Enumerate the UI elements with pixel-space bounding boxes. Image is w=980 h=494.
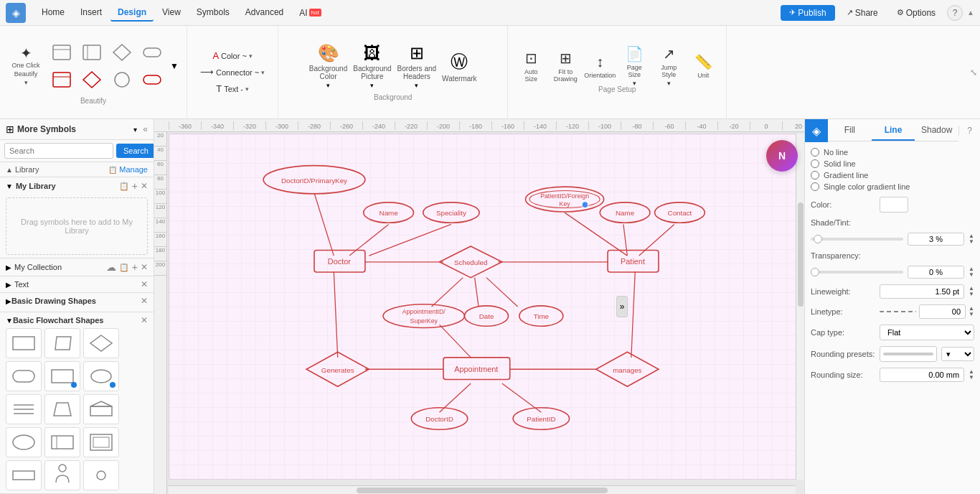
basic-drawing-close-icon[interactable]: ✕ [141, 296, 148, 306]
library-collapse-icon[interactable]: ▲ [6, 166, 13, 174]
collection-add-icon[interactable]: + [132, 261, 138, 273]
basic-drawing-collapse-icon[interactable]: ▶ [6, 297, 11, 305]
collection-close-icon[interactable]: ✕ [141, 262, 148, 272]
vertical-scrollbar[interactable] [796, 134, 804, 480]
shape-rounded-rect[interactable] [6, 361, 42, 391]
shape-alt-lines[interactable] [44, 427, 80, 457]
gradient-line-option[interactable]: Gradient line [811, 171, 974, 180]
bg-color-button[interactable]: 🎨 BackgroundColor ▾ [309, 43, 347, 89]
shape-ellipse-with-dot[interactable] [83, 361, 119, 391]
tab-shadow[interactable]: Shadow [915, 121, 958, 141]
shape-trapezoid[interactable] [44, 394, 80, 424]
symbols-dropdown-arrow[interactable]: ▾ [133, 126, 137, 134]
panel-help-button[interactable]: ? [958, 126, 980, 136]
my-library-edit-icon[interactable]: 📋 [119, 182, 129, 191]
no-line-option[interactable]: No line [811, 148, 974, 157]
bg-picture-button[interactable]: 🖼 BackgroundPicture ▾ [353, 43, 391, 89]
collapse-left-icon[interactable]: « [143, 124, 148, 134]
cap-type-select[interactable]: Flat Round Square [880, 325, 974, 340]
my-library-add-icon[interactable]: + [132, 180, 138, 192]
my-library-collapse-icon[interactable]: ▼ [6, 182, 13, 190]
basic-flowchart-collapse-icon[interactable]: ▼ [6, 317, 13, 325]
beautify-shape-5[interactable] [47, 67, 76, 93]
basic-flowchart-close-icon[interactable]: ✕ [141, 315, 148, 325]
search-input[interactable] [4, 143, 113, 159]
shape-lines[interactable] [6, 394, 42, 424]
beautify-shape-7[interactable] [108, 67, 136, 93]
beautify-chevron[interactable]: ▼ [169, 39, 179, 93]
shape-rect-with-dot[interactable] [44, 361, 80, 391]
watermark-button[interactable]: Ⓦ Watermark [442, 50, 477, 83]
unit-button[interactable]: 📏 Unit [687, 51, 719, 81]
menu-advanced[interactable]: Advanced [238, 4, 291, 22]
options-button[interactable]: ⚙ Options [890, 5, 943, 21]
shade-tint-down[interactable]: ▼ [969, 239, 974, 245]
collection-cloud-icon[interactable]: ☁ [106, 261, 116, 273]
toolbar-expand[interactable]: ⤡ [970, 26, 980, 118]
manage-button[interactable]: 📋 Manage [108, 165, 148, 174]
single-gradient-option[interactable]: Single color gradient line [811, 182, 974, 191]
menu-insert[interactable]: Insert [73, 4, 109, 22]
lineweight-input[interactable] [880, 284, 964, 299]
transparency-down[interactable]: ▼ [969, 272, 974, 278]
rounding-presets-select[interactable]: ▾ [941, 347, 974, 361]
shape-frame[interactable] [83, 427, 119, 457]
menu-design[interactable]: Design [110, 4, 154, 22]
menu-symbols[interactable]: Symbols [189, 4, 237, 22]
text-collapse-icon[interactable]: ▶ [6, 281, 11, 289]
fit-drawing-button[interactable]: ⊞ Fit toDrawing [550, 51, 581, 81]
tab-line[interactable]: Line [872, 121, 915, 141]
shape-parallelogram[interactable] [44, 328, 80, 358]
transparency-slider[interactable] [811, 271, 903, 274]
menu-ai[interactable]: AI hot [292, 4, 328, 22]
v-scroll-thumb[interactable] [798, 202, 804, 307]
collection-collapse-icon[interactable]: ▶ [6, 264, 11, 271]
text-dropdown[interactable]: T Text - ▾ [210, 81, 255, 96]
connector-dropdown[interactable]: ⟶ Connector ~ ▾ [194, 65, 270, 80]
shade-tint-slider[interactable] [811, 238, 903, 241]
auto-size-button[interactable]: ⊡ AutoSize [515, 51, 547, 81]
format-icon[interactable]: ◈ [805, 119, 828, 142]
rounding-size-down[interactable]: ▼ [969, 375, 974, 381]
h-scroll-thumb[interactable] [357, 488, 608, 493]
no-line-radio[interactable] [811, 148, 819, 157]
beautify-shape-3[interactable] [108, 39, 136, 65]
beautify-shape-8[interactable] [138, 67, 166, 93]
linetype-down[interactable]: ▼ [969, 312, 974, 317]
solid-line-option[interactable]: Solid line [811, 159, 974, 168]
color-dropdown[interactable]: A Color ~ ▾ [207, 48, 258, 63]
shape-diamond-sm[interactable] [83, 328, 119, 358]
shape-oval[interactable] [6, 427, 42, 457]
page-size-button[interactable]: 📄 PageSize ▾ [618, 51, 650, 81]
horizontal-scrollbar[interactable] [169, 485, 796, 494]
gradient-line-radio[interactable] [811, 171, 819, 180]
one-click-beautify-button[interactable]: ✦ One Click Beautify ▾ [7, 46, 44, 86]
transparency-input[interactable] [908, 266, 964, 279]
beautify-shape-2[interactable] [77, 39, 106, 65]
single-gradient-radio[interactable] [811, 182, 819, 191]
shape-small-1[interactable] [6, 460, 42, 490]
beautify-shape-6[interactable] [77, 67, 106, 93]
shape-person[interactable] [44, 460, 80, 490]
help-button[interactable]: ? [947, 5, 963, 21]
collection-edit-icon[interactable]: 📋 [119, 263, 129, 272]
menu-home[interactable]: Home [34, 4, 72, 22]
menu-view[interactable]: View [155, 4, 188, 22]
borders-headers-button[interactable]: ⊞ Borders andHeaders ▾ [397, 43, 436, 89]
orientation-button[interactable]: ↕ Orientation [584, 51, 616, 81]
share-button[interactable]: ↗ Share [839, 5, 885, 21]
shape-pentagon[interactable] [83, 394, 119, 424]
collapse-button[interactable]: ▲ [967, 9, 974, 17]
solid-line-radio[interactable] [811, 159, 819, 168]
beautify-shape-1[interactable] [47, 39, 76, 65]
lineweight-down[interactable]: ▼ [969, 292, 974, 297]
search-button[interactable]: Search [116, 144, 154, 158]
ai-avatar[interactable]: N [766, 140, 798, 172]
shape-rectangle[interactable] [6, 328, 42, 358]
my-library-close-icon[interactable]: ✕ [141, 181, 148, 191]
tab-fill[interactable]: Fill [828, 121, 872, 141]
linetype-input[interactable] [919, 304, 966, 319]
beautify-shape-4[interactable] [138, 39, 166, 65]
color-swatch[interactable] [880, 197, 908, 213]
shade-tint-input[interactable] [908, 233, 964, 246]
